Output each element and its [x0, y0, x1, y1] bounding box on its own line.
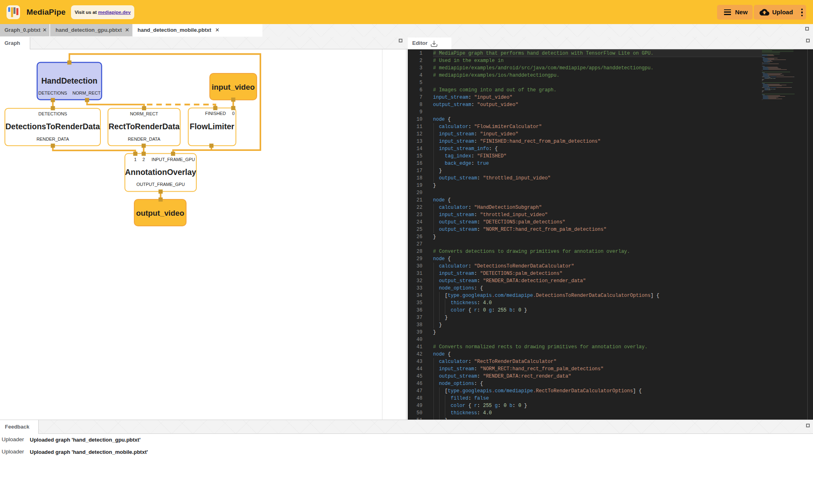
svg-text:RENDER_DATA: RENDER_DATA — [128, 137, 160, 141]
svg-text:0: 0 — [232, 111, 235, 116]
svg-text:1: 1 — [134, 157, 136, 162]
svg-text:input_video: input_video — [212, 83, 255, 91]
svg-text:DetectionsToRenderData: DetectionsToRenderData — [5, 122, 100, 131]
svg-text:DETECTIONS: DETECTIONS — [38, 111, 67, 116]
svg-text:OUTPUT_FRAME_GPU: OUTPUT_FRAME_GPU — [136, 182, 185, 187]
svg-text:RectToRenderData: RectToRenderData — [109, 122, 180, 131]
svg-text:FINISHED: FINISHED — [205, 111, 226, 116]
svg-text:HandDetection: HandDetection — [41, 76, 98, 85]
svg-text:FlowLimiter: FlowLimiter — [190, 122, 235, 131]
svg-text:output_video: output_video — [136, 209, 184, 217]
svg-text:2: 2 — [142, 157, 145, 162]
svg-text:RENDER_DATA: RENDER_DATA — [36, 137, 69, 141]
svg-text:NORM_RECT: NORM_RECT — [130, 111, 158, 116]
svg-text:NORM_RECT: NORM_RECT — [73, 91, 101, 95]
svg-text:DETECTIONS: DETECTIONS — [38, 91, 67, 95]
svg-text:INPUT_FRAME_GPU: INPUT_FRAME_GPU — [151, 157, 195, 162]
svg-text:AnnotationOverlay: AnnotationOverlay — [125, 168, 196, 177]
